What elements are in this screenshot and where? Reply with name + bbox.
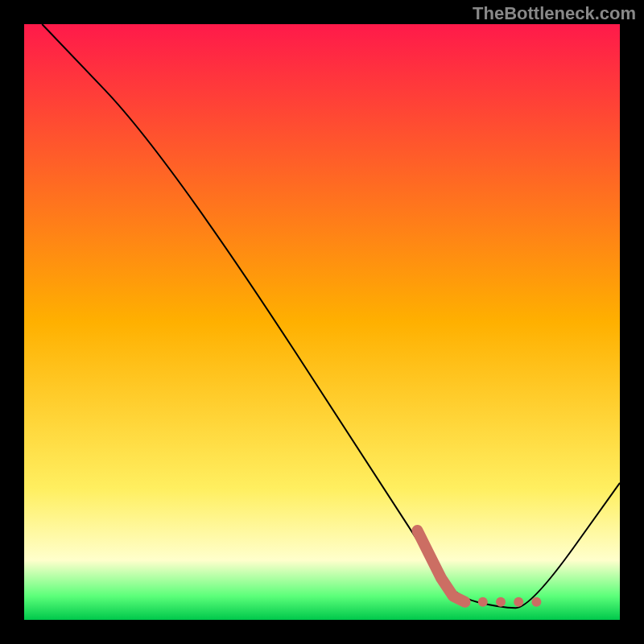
- highlight-dot: [514, 597, 523, 607]
- highlight-dot: [496, 597, 506, 607]
- chart-svg: [0, 0, 644, 644]
- chart-frame: TheBottleneck.com: [0, 0, 644, 644]
- watermark-text: TheBottleneck.com: [473, 3, 636, 24]
- highlight-dot: [531, 597, 541, 607]
- plot-background: [24, 24, 620, 620]
- highlight-dot: [460, 597, 470, 607]
- highlight-dot: [478, 597, 488, 607]
